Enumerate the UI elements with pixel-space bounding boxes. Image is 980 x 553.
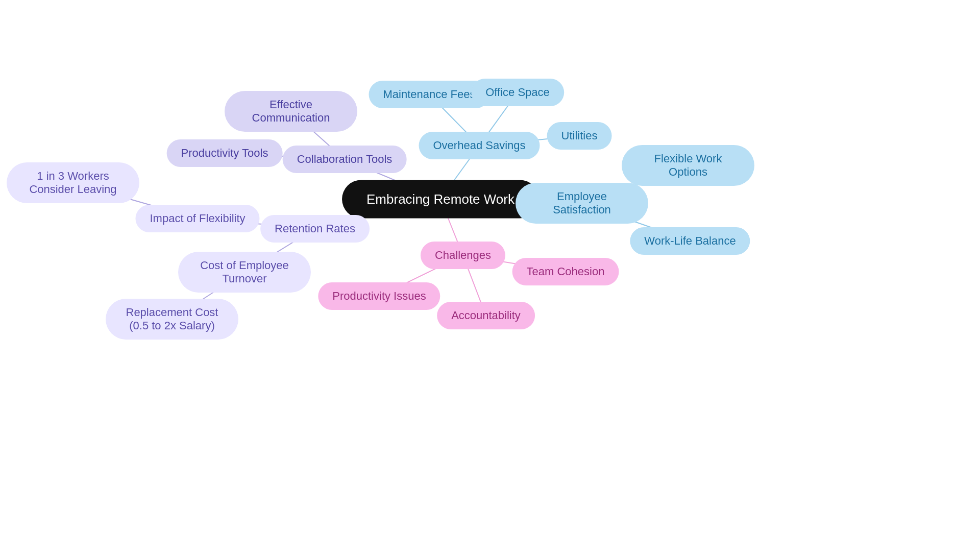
node-impact-of-flexibility[interactable]: Impact of Flexibility: [135, 205, 259, 232]
node-employee-satisfaction[interactable]: Employee Satisfaction: [516, 183, 648, 224]
node-challenges[interactable]: Challenges: [421, 242, 505, 269]
node-productivity-tools[interactable]: Productivity Tools: [167, 139, 283, 167]
node-replacement-cost[interactable]: Replacement Cost (0.5 to 2x Salary): [106, 299, 238, 340]
node-cost-of-employee-turnover[interactable]: Cost of Employee Turnover: [178, 252, 311, 293]
node-1-in-3-workers[interactable]: 1 in 3 Workers Consider Leaving: [7, 162, 139, 203]
node-accountability[interactable]: Accountability: [437, 302, 535, 329]
node-collaboration-tools[interactable]: Collaboration Tools: [283, 146, 407, 173]
node-retention-rates[interactable]: Retention Rates: [260, 215, 370, 243]
node-work-life-balance[interactable]: Work-Life Balance: [630, 227, 750, 255]
node-effective-communication[interactable]: Effective Communication: [225, 91, 357, 132]
center-node[interactable]: Embracing Remote Work: [342, 180, 539, 219]
node-office-space[interactable]: Office Space: [471, 79, 564, 106]
node-utilities[interactable]: Utilities: [547, 122, 612, 150]
node-overhead-savings[interactable]: Overhead Savings: [419, 132, 540, 159]
node-flexible-work-options[interactable]: Flexible Work Options: [622, 145, 754, 186]
node-productivity-issues[interactable]: Productivity Issues: [318, 282, 440, 310]
node-team-cohesion[interactable]: Team Cohesion: [512, 258, 619, 285]
